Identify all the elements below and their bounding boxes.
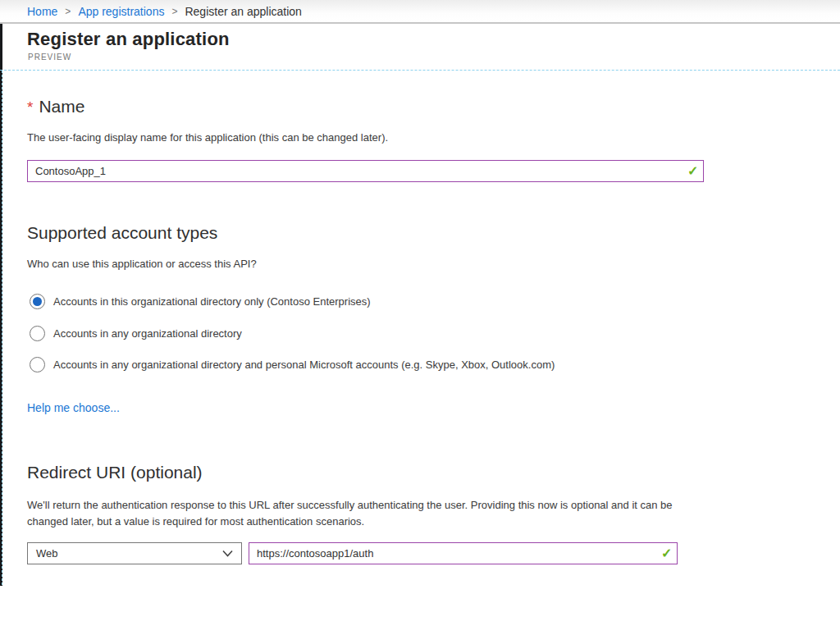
radio-option-label: Accounts in this organizational director… — [53, 295, 371, 308]
radio-option-this-directory-only[interactable]: Accounts in this organizational director… — [30, 294, 371, 309]
name-heading-label: Name — [39, 97, 84, 116]
page-title: Register an application — [27, 29, 230, 50]
account-types-question: Who can use this application or access t… — [27, 258, 257, 270]
breadcrumb-current-page: Register an application — [185, 5, 301, 18]
focus-outline-horizontal — [0, 70, 840, 71]
radio-button-icon[interactable] — [30, 357, 45, 372]
radio-option-label: Accounts in any organizational directory… — [53, 359, 555, 371]
radio-option-any-directory[interactable]: Accounts in any organizational directory — [30, 326, 242, 341]
breadcrumb: Home > App registrations > Register an a… — [27, 0, 302, 22]
breadcrumb-app-registrations-link[interactable]: App registrations — [78, 5, 164, 18]
breadcrumb-home-link[interactable]: Home — [27, 5, 57, 18]
name-section-heading: *Name — [27, 97, 84, 116]
radio-option-any-directory-personal-accounts[interactable]: Accounts in any organizational directory… — [30, 357, 555, 372]
redirect-uri-heading: Redirect URI (optional) — [27, 463, 203, 482]
preview-badge: PREVIEW — [28, 53, 71, 62]
required-asterisk: * — [27, 98, 33, 116]
breadcrumb-separator-icon: > — [171, 6, 177, 17]
redirect-uri-description: We'll return the authentication response… — [27, 497, 700, 530]
help-me-choose-link[interactable]: Help me choose... — [27, 401, 120, 414]
register-application-blade: Home > App registrations > Register an a… — [0, 0, 840, 635]
supported-account-types-heading: Supported account types — [27, 223, 217, 243]
redirect-uri-input[interactable] — [249, 542, 678, 564]
redirect-platform-value: Web — [36, 547, 222, 560]
app-name-input[interactable] — [27, 160, 704, 182]
focus-outline-vertical — [2, 71, 2, 585]
radio-option-label: Accounts in any organizational directory — [53, 327, 242, 340]
redirect-platform-dropdown[interactable]: Web — [27, 542, 242, 564]
breadcrumb-bar: Home > App registrations > Register an a… — [0, 0, 840, 24]
radio-button-icon[interactable] — [30, 294, 45, 309]
name-description: The user-facing display name for this ap… — [27, 131, 388, 144]
chevron-down-icon — [222, 550, 233, 557]
radio-button-icon[interactable] — [30, 326, 45, 341]
breadcrumb-separator-icon: > — [65, 6, 71, 17]
